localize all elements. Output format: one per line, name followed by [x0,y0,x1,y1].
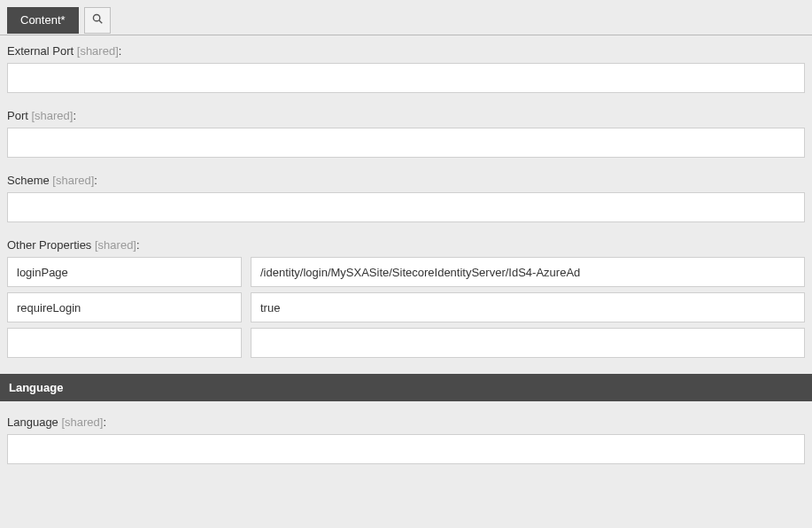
search-icon [91,12,104,27]
scheme-input[interactable] [7,192,805,222]
label-text: Language [7,415,58,429]
kv-key-input[interactable] [7,292,242,322]
shared-suffix: [shared] [95,238,136,252]
colon: : [103,415,106,429]
kv-key-input[interactable] [7,328,242,358]
field-external-port: External Port [shared]: [7,44,805,93]
shared-suffix: [shared] [77,44,119,58]
field-label: Scheme [shared]: [7,174,805,187]
label-text: Other Properties [7,238,91,252]
tab-content[interactable]: Content* [7,7,79,34]
colon: : [136,238,140,252]
field-label: Port [shared]: [7,109,805,122]
section-body-language: Language [shared]: [7,401,805,464]
kv-value-input[interactable] [251,257,805,287]
field-other-properties: Other Properties [shared]: [7,238,805,358]
shared-suffix: [shared] [61,415,103,429]
section-header-language[interactable]: Language [0,374,812,401]
svg-point-0 [93,14,99,20]
kv-key-input[interactable] [7,257,242,287]
port-input[interactable] [7,128,805,158]
content-panel: External Port [shared]: Port [shared]: S… [0,35,812,498]
tab-content-label: Content* [20,13,66,27]
shared-suffix: [shared] [31,109,73,122]
label-text: Port [7,109,28,122]
field-scheme: Scheme [shared]: [7,174,805,222]
colon: : [94,174,97,187]
kv-row [7,328,805,358]
label-text: External Port [7,44,73,58]
section-title: Language [9,381,63,394]
search-button[interactable] [84,7,111,34]
external-port-input[interactable] [7,63,805,93]
field-language: Language [shared]: [7,415,805,464]
field-label: Language [shared]: [7,415,805,429]
kv-value-input[interactable] [251,292,805,322]
colon: : [119,44,122,58]
field-label: External Port [shared]: [7,44,805,58]
tab-bar: Content* [0,0,812,35]
svg-line-1 [99,20,102,23]
other-properties-grid [7,257,805,358]
field-label: Other Properties [shared]: [7,238,805,252]
kv-row [7,257,805,287]
field-port: Port [shared]: [7,109,805,158]
shared-suffix: [shared] [52,174,94,187]
colon: : [73,109,76,122]
label-text: Scheme [7,174,50,187]
kv-row [7,292,805,322]
kv-value-input[interactable] [251,328,805,358]
language-input[interactable] [7,434,805,464]
